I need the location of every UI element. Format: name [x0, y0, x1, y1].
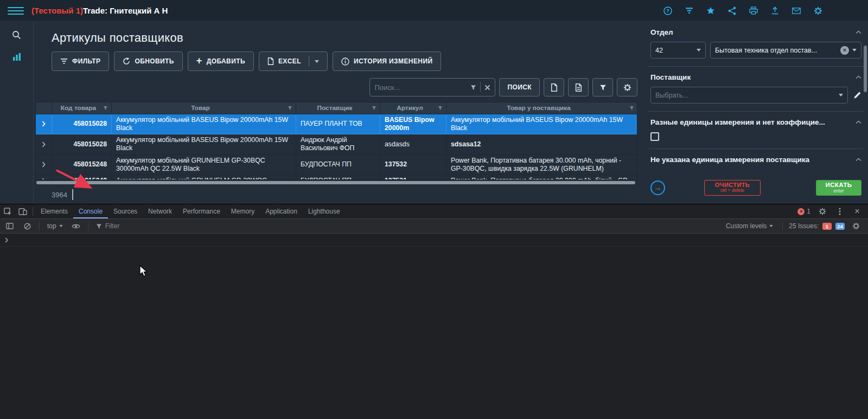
search-apply-button[interactable]: ИСКАТЬ enter: [816, 180, 861, 196]
history-button[interactable]: ИСТОРИЯ ИЗМЕНЕНИЙ: [333, 51, 441, 71]
upload-icon[interactable]: [771, 7, 779, 15]
search-submit-button[interactable]: ПОИСК: [499, 78, 540, 96]
context-selector[interactable]: top: [44, 222, 66, 230]
table-row[interactable]: 458015028 Аккумулятор мобільний BASEUS B…: [36, 114, 637, 134]
cell-article: 137531: [380, 175, 446, 180]
excel-file-icon: [267, 57, 274, 65]
chevron-down-icon[interactable]: [315, 60, 319, 63]
row-expand-icon[interactable]: [36, 155, 52, 175]
devtools-menu-icon[interactable]: [832, 208, 847, 215]
department-name-select[interactable]: Бытовая техника отдел постав... ×: [710, 42, 861, 59]
table-row[interactable]: 458015248 Аккумулятор мобільний GRUNHELM…: [36, 155, 637, 175]
console-output[interactable]: [0, 234, 868, 419]
header-product[interactable]: Товар: [112, 102, 296, 114]
inspect-element-icon[interactable]: [0, 204, 15, 218]
context-value: top: [47, 222, 56, 230]
export-selected-icon-button[interactable]: [568, 78, 589, 96]
search-clear-icon[interactable]: [484, 85, 490, 91]
grid-search-box[interactable]: [369, 78, 495, 96]
console-sidebar-icon[interactable]: [2, 223, 17, 229]
collapse-chevron-icon[interactable]: [856, 30, 861, 34]
collapse-chevron-icon[interactable]: [856, 75, 861, 79]
table-row[interactable]: 458015028 Аккумулятор мобільний BASEUS B…: [36, 134, 637, 154]
row-expand-icon[interactable]: [36, 114, 52, 134]
grid-search-row: ПОИСК: [35, 78, 637, 96]
mail-icon[interactable]: [792, 8, 801, 14]
log-levels-selector[interactable]: Custom levels: [723, 222, 776, 230]
search-icon[interactable]: [12, 30, 21, 40]
supplier-select[interactable]: Выбрать...: [650, 87, 848, 104]
issues-error-badge[interactable]: 1: [822, 223, 832, 230]
clear-console-icon[interactable]: [20, 223, 35, 230]
chevron-down-icon: [769, 225, 773, 227]
filter-button[interactable]: ФИЛЬТР: [52, 51, 109, 71]
filter-icon[interactable]: [685, 7, 693, 14]
header-code[interactable]: Код товара: [52, 102, 112, 114]
devtools-close-icon[interactable]: ×: [850, 207, 865, 216]
header-supplier-product[interactable]: Товар у поставщика: [446, 102, 637, 114]
refresh-button[interactable]: ОБНОВИТЬ: [114, 51, 182, 71]
svg-text:?: ?: [666, 8, 669, 14]
apply-arrow-button[interactable]: →: [650, 181, 665, 195]
menu-toggle-button[interactable]: [8, 7, 24, 15]
column-filter-icon[interactable]: [372, 106, 376, 111]
column-filter-icon[interactable]: [438, 106, 443, 111]
devtools-error-badge[interactable]: × 1: [795, 208, 813, 215]
cell-article: asdasds: [380, 134, 446, 154]
header-supplier[interactable]: Поставщик: [296, 102, 380, 114]
tab-console[interactable]: Console: [73, 204, 108, 218]
clear-filters-button[interactable]: ОЧИСТИТЬ ctrl + delete: [704, 180, 761, 195]
search-funnel-icon[interactable]: [470, 85, 476, 91]
cell-product: Аккумулятор мобільний BASEUS Bipow 20000…: [112, 114, 296, 134]
tab-memory[interactable]: Memory: [226, 204, 260, 218]
tab-elements[interactable]: Elements: [35, 204, 73, 218]
star-icon[interactable]: [706, 7, 715, 15]
grid-filter-icon-button[interactable]: [592, 78, 613, 96]
issues-message-badge[interactable]: 24: [835, 223, 845, 230]
console-settings-icon[interactable]: [848, 222, 864, 230]
grid-horizontal-scrollbar[interactable]: [36, 181, 635, 184]
excel-button[interactable]: EXCEL: [259, 51, 328, 71]
tab-network[interactable]: Network: [143, 204, 177, 218]
search-input[interactable]: [374, 83, 467, 92]
filter-funnel-icon: [96, 223, 102, 229]
console-filter-input[interactable]: [105, 222, 225, 230]
devtools-tabbar: Elements Console Sources Network Perform…: [0, 204, 868, 219]
diff-units-checkbox[interactable]: [650, 132, 659, 141]
tab-sources[interactable]: Sources: [108, 204, 143, 218]
help-icon[interactable]: ?: [663, 7, 672, 15]
issues-label[interactable]: 25 Issues:: [789, 222, 819, 230]
left-rail: [0, 22, 34, 204]
grid-settings-icon-button[interactable]: [617, 78, 637, 96]
app-topbar: (Тестовый 1)Trade: Гнитецкий А Н ?: [0, 0, 868, 22]
eye-icon[interactable]: [68, 223, 84, 229]
department-code-select[interactable]: 42: [650, 42, 706, 59]
add-button[interactable]: + ДОБАВИТЬ: [188, 51, 254, 71]
row-expand-icon[interactable]: [36, 134, 52, 154]
collapse-chevron-icon[interactable]: [856, 158, 861, 162]
tab-lighthouse[interactable]: Lighthouse: [303, 204, 346, 218]
settings-gear-icon[interactable]: [814, 7, 822, 15]
stats-icon[interactable]: [12, 53, 21, 61]
column-filter-icon[interactable]: [103, 106, 108, 111]
row-expand-icon[interactable]: [36, 175, 52, 180]
export-excel-icon-button[interactable]: [544, 78, 564, 96]
collapse-chevron-icon[interactable]: [856, 120, 861, 124]
console-input-row[interactable]: [0, 234, 868, 247]
print-icon[interactable]: [749, 7, 758, 15]
column-filter-icon[interactable]: [288, 106, 292, 111]
share-icon[interactable]: [728, 7, 736, 15]
cell-supplier-product: Power Bank, Портативна батарея 30.000 mA…: [446, 155, 637, 175]
header-article[interactable]: Артикул: [380, 102, 446, 114]
column-filter-icon[interactable]: [629, 106, 634, 111]
toolbar-divider: [39, 222, 40, 230]
tab-performance[interactable]: Performance: [177, 204, 226, 218]
tab-application[interactable]: Application: [260, 204, 303, 218]
devtools-settings-icon[interactable]: [815, 208, 830, 215]
table-row[interactable]: 458015249 Аккумулятор мобільний GRUNHELM…: [36, 175, 637, 180]
clear-selection-icon[interactable]: ×: [840, 46, 849, 55]
edit-pencil-icon[interactable]: [853, 91, 861, 99]
device-toolbar-icon[interactable]: [15, 204, 30, 218]
panel-scrollbar[interactable]: [864, 46, 867, 92]
grid-footer: 3964: [52, 189, 643, 200]
